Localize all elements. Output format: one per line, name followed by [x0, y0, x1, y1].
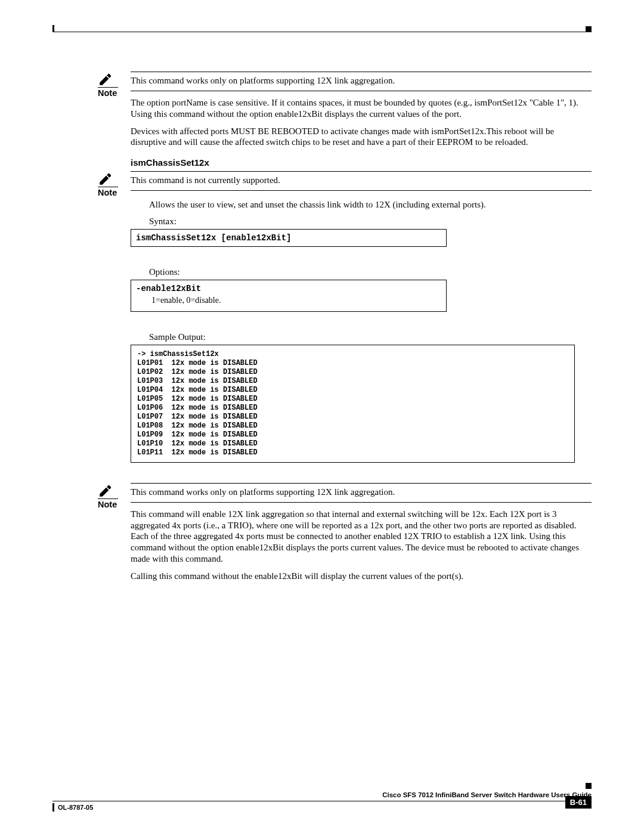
paragraph: Allows the user to view, set and unset t… [149, 199, 592, 210]
note-text: This command is not currently supported. [131, 171, 592, 191]
note-block-1: Note This command works only on platform… [98, 72, 592, 91]
page-number-badge: B-61 [565, 796, 592, 809]
page: Note This command works only on platform… [0, 0, 644, 833]
footer-doc-number: OL-8787-05 [58, 804, 93, 811]
pencil-icon [98, 171, 114, 188]
note-block-3: Note This command works only on platform… [98, 483, 592, 503]
sample-output-box: -> ismChassisSet12x L01P01 12x mode is D… [131, 345, 575, 463]
note-label: Note [98, 500, 117, 509]
paragraph: Devices with affected ports MUST BE REBO… [131, 126, 592, 148]
content-column: Note This command works only on platform… [98, 72, 592, 587]
footer-square-icon [586, 783, 592, 789]
option-name: -enable12xBit [136, 284, 441, 293]
footer-tick-icon [52, 803, 54, 812]
syntax-label: Syntax: [149, 216, 592, 227]
note-text: This command works only on platforms sup… [131, 483, 592, 503]
paragraph: The option portName is case sensitive. I… [131, 97, 592, 120]
note-label: Note [98, 188, 117, 197]
options-box: -enable12xBit 1=enable, 0=disable. [131, 280, 447, 312]
note-text: This command works only on platforms sup… [131, 72, 592, 91]
paragraph: Calling this command without the enable1… [131, 571, 592, 582]
options-label: Options: [149, 267, 592, 277]
page-footer: Cisco SFS 7012 InfiniBand Server Switch … [52, 791, 592, 812]
footer-guide-title: Cisco SFS 7012 InfiniBand Server Switch … [52, 791, 592, 798]
sample-output-label: Sample Output: [149, 332, 592, 342]
section-heading-ismchassisset12x: ismChassisSet12x [131, 157, 592, 168]
pencil-icon [98, 72, 114, 88]
note-label: Note [98, 88, 117, 98]
option-description: 1=enable, 0=disable. [151, 296, 441, 305]
top-rule [52, 25, 592, 32]
note-block-2: Note This command is not currently suppo… [98, 171, 592, 191]
syntax-box: ismChassisSet12x [enable12xBit] [131, 229, 447, 247]
paragraph: This command will enable 12X link aggreg… [131, 509, 592, 565]
pencil-icon [98, 483, 114, 500]
